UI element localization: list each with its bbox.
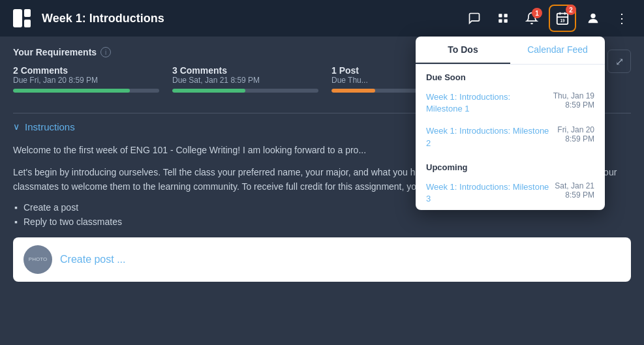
todo-item-1[interactable]: Week 1: Introductions: Milestone 1 Thu, … (416, 86, 605, 120)
requirement-1: 2 Comments Due Fri, Jan 20 8:59 PM (13, 65, 172, 93)
svg-rect-2 (498, 20, 502, 23)
svg-rect-1 (504, 14, 508, 17)
app-header: Week 1: Introductions 1 (0, 0, 644, 37)
req-2-label: 3 Comments (172, 65, 318, 76)
tab-todos[interactable]: To Dos (416, 37, 510, 64)
create-post-input[interactable]: Create post ... (60, 254, 126, 265)
due-soon-title: Due Soon (416, 65, 605, 86)
requirement-2: 3 Comments Due Sat, Jan 21 8:59 PM (172, 65, 331, 93)
logo (10, 7, 34, 30)
svg-rect-0 (498, 14, 502, 17)
req-1-due: Due Fri, Jan 20 8:59 PM (13, 76, 159, 85)
req-1-progress-bar (13, 89, 159, 93)
bell-badge: 1 (532, 8, 542, 18)
todo-item-3[interactable]: Week 1: Introductions: Milestone 3 Sat, … (416, 176, 605, 210)
todo-item-1-title: Week 1: Introductions: Milestone 1 (426, 91, 548, 115)
profile-icon-btn[interactable] (581, 7, 605, 30)
req-1-progress-fill (13, 89, 130, 93)
todo-item-2[interactable]: Week 1: Introductions: Milestone 2 Fri, … (416, 120, 605, 154)
req-1-label: 2 Comments (13, 65, 159, 76)
more-menu-btn[interactable]: ⋮ (610, 7, 634, 30)
upcoming-title: Upcoming (416, 155, 605, 176)
req-2-progress-fill (172, 89, 245, 93)
info-icon[interactable]: i (100, 47, 111, 57)
svg-text:19: 19 (560, 18, 565, 23)
create-post-area[interactable]: PHOTO Create post ... (13, 237, 631, 282)
dropdown-header: To Dos Calendar Feed (416, 37, 605, 65)
calendar-icon-btn[interactable]: 19 2 (549, 5, 576, 32)
page-title: Week 1: Introductions (42, 12, 164, 25)
header-icons: 1 19 2 ⋮ (463, 5, 634, 32)
req-3-progress-fill (331, 89, 375, 93)
chat-icon-btn[interactable] (463, 7, 486, 30)
req-2-due: Due Sat, Jan 21 8:59 PM (172, 76, 318, 85)
bell-icon-btn[interactable]: 1 (520, 7, 544, 30)
tab-calendar-feed[interactable]: Calendar Feed (510, 37, 605, 64)
svg-rect-3 (504, 20, 508, 23)
todo-item-3-title: Week 1: Introductions: Milestone 3 (426, 181, 549, 205)
todo-item-1-date: Thu, Jan 19 8:59 PM (553, 91, 594, 110)
avatar: PHOTO (23, 245, 52, 274)
list-item-2: Reply to two classmates (23, 217, 631, 227)
avatar-label: PHOTO (29, 256, 47, 262)
requirements-title: Your Requirements (13, 47, 97, 57)
calendar-badge: 2 (566, 5, 576, 15)
svg-point-9 (590, 14, 595, 18)
todos-dropdown: To Dos Calendar Feed Due Soon Week 1: In… (416, 37, 605, 210)
req-2-progress-bar (172, 89, 318, 93)
chevron-down-icon: ∨ (13, 121, 20, 132)
logo-icon (10, 7, 34, 30)
todo-item-3-date: Sat, Jan 21 8:59 PM (555, 181, 594, 200)
expand-button[interactable]: ⤢ (607, 50, 631, 73)
instructions-label: Instructions (25, 121, 75, 132)
todo-item-2-date: Fri, Jan 20 8:59 PM (557, 125, 594, 143)
grid-icon-btn[interactable] (491, 7, 515, 30)
todo-item-2-title: Week 1: Introductions: Milestone 2 (426, 125, 552, 149)
